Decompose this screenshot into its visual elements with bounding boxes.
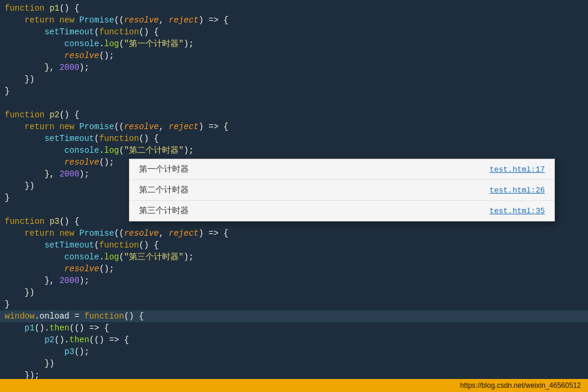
code-line-3: setTimeout(function() { <box>0 26 588 38</box>
code-line-2: return new Promise((resolve, reject) => … <box>0 14 588 26</box>
code-line-6: }, 2000); <box>0 62 588 73</box>
bottom-bar: https://blog.csdn.net/weixin_46560512 <box>0 379 588 392</box>
popup-row-3: 第三个计时器 test.html:35 <box>130 201 554 221</box>
code-line-23: resolve(); <box>0 263 588 275</box>
code-line-24: }, 2000); <box>0 275 588 287</box>
code-line-28: p1().then(() => { <box>0 322 588 334</box>
code-line-20: return new Promise((resolve, reject) => … <box>0 227 588 239</box>
code-line-31: }) <box>0 358 588 369</box>
popup-source-1: test.html:17 <box>489 165 545 174</box>
code-line-30: p3(); <box>0 346 588 358</box>
code-line-8: } <box>0 85 588 97</box>
code-line-21: setTimeout(function() { <box>0 239 588 251</box>
popup-source-3: test.html:35 <box>489 207 545 216</box>
code-line-10: function p2() { <box>0 109 588 121</box>
code-line-9 <box>0 97 588 109</box>
popup-row-1: 第一个计时器 test.html:17 <box>130 159 554 180</box>
code-line-5: resolve(); <box>0 50 588 62</box>
console-popup: 第一个计时器 test.html:17 第二个计时器 test.html:26 … <box>129 159 555 221</box>
popup-row-2: 第二个计时器 test.html:26 <box>130 180 554 201</box>
code-line-4: console.log("第一个计时器"); <box>0 38 588 50</box>
code-line-12: setTimeout(function() { <box>0 133 588 144</box>
keyword-function: function <box>5 2 44 14</box>
code-line-25: }) <box>0 287 588 298</box>
code-line-22: console.log("第三个计时器"); <box>0 251 588 263</box>
popup-text-3: 第三个计时器 <box>139 205 189 216</box>
code-line-13: console.log("第二个计时器"); <box>0 144 588 156</box>
code-line-29: p2().then(() => { <box>0 334 588 346</box>
code-editor: function p1() { return new Promise((reso… <box>0 0 588 392</box>
popup-text-2: 第二个计时器 <box>139 185 189 195</box>
popup-source-2: test.html:26 <box>489 186 545 195</box>
code-line-26: } <box>0 298 588 310</box>
watermark-url: https://blog.csdn.net/weixin_46560512 <box>460 381 581 390</box>
code-line-7: }) <box>0 73 588 85</box>
popup-text-1: 第一个计时器 <box>139 164 189 175</box>
code-line-27: window.onload = function() { <box>0 310 588 322</box>
code-line-1: function p1() { <box>0 2 588 14</box>
code-line-11: return new Promise((resolve, reject) => … <box>0 121 588 133</box>
